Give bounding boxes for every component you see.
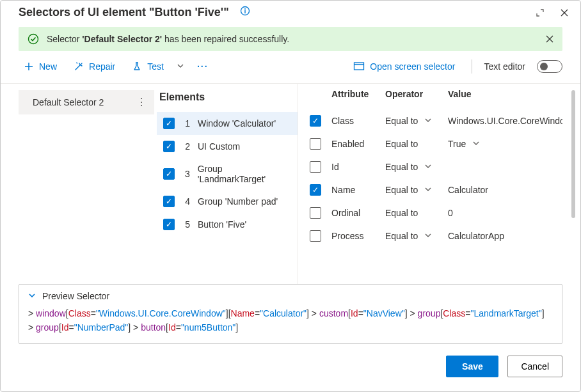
element-index: 3 — [182, 169, 190, 179]
checkbox[interactable] — [310, 184, 321, 196]
test-label: Test — [147, 61, 164, 72]
repair-button[interactable]: Repair — [68, 58, 120, 75]
value-cell[interactable]: Calculator — [448, 185, 560, 195]
value-cell[interactable]: 0 — [448, 208, 560, 218]
elements-title: Elements — [157, 88, 298, 112]
checkbox[interactable] — [163, 168, 175, 180]
operator-value: Equal to — [385, 185, 418, 195]
new-button[interactable]: New — [19, 58, 62, 75]
selector-token-el: window — [36, 308, 66, 318]
dialog-footer: Save Cancel — [1, 344, 580, 391]
checkbox[interactable] — [310, 161, 321, 173]
checkbox[interactable] — [163, 118, 175, 129]
selector-token-eq: = — [68, 322, 74, 333]
selector-token-punct: ] > — [405, 308, 418, 318]
element-row[interactable]: 2UI Custom — [157, 135, 298, 158]
chevron-down-icon — [424, 116, 432, 126]
element-row[interactable]: 1Window 'Calculator' — [157, 112, 298, 135]
wand-icon — [74, 61, 84, 72]
checkbox[interactable] — [310, 138, 321, 150]
checkbox[interactable] — [163, 219, 175, 230]
selector-token-val: "Calculator" — [260, 308, 306, 318]
checkbox[interactable] — [163, 141, 175, 152]
operator-cell[interactable]: Equal to — [385, 116, 444, 126]
attribute-value: True — [448, 139, 466, 149]
selector-token-val: "Windows.UI.Core.CoreWindow" — [96, 308, 226, 318]
plus-icon — [24, 61, 34, 72]
col-operator: Operator — [385, 89, 444, 99]
preview-header[interactable]: Preview Selector — [28, 291, 553, 306]
text-editor-toggle[interactable] — [537, 60, 562, 73]
value-cell[interactable]: CalculatorApp — [448, 231, 560, 241]
attributes-header: Attribute Operator Value — [307, 88, 562, 109]
svg-point-3 — [29, 35, 38, 44]
attribute-name: Class — [331, 116, 381, 126]
element-label: Button 'Five' — [198, 219, 246, 230]
expand-icon[interactable] — [536, 8, 545, 17]
preview-selector-string: > window[Class="Windows.UI.Core.CoreWind… — [28, 306, 553, 334]
value-cell[interactable]: True — [448, 139, 560, 149]
selector-token-val: "NavView" — [363, 308, 405, 318]
element-label: Group 'LandmarkTarget' — [198, 164, 291, 184]
test-button[interactable]: Test — [127, 58, 169, 75]
checkbox[interactable] — [310, 230, 321, 242]
operator-cell[interactable]: Equal to — [385, 231, 444, 241]
attribute-row: EnabledEqual toTrue — [307, 132, 562, 155]
cancel-button[interactable]: Cancel — [507, 356, 562, 377]
chevron-down-icon — [28, 291, 36, 301]
scrollbar-thumb[interactable] — [571, 90, 575, 218]
selector-token-attr: Id — [351, 308, 358, 318]
selector-item-menu-icon[interactable]: ⋮ — [136, 101, 147, 104]
open-screen-selector-button[interactable]: Open screen selector — [348, 58, 460, 75]
selector-token-val: "NumberPad" — [74, 322, 129, 333]
attribute-name: Name — [331, 185, 381, 195]
attribute-value: Windows.UI.Core.CoreWindow — [448, 116, 562, 126]
attribute-row: OrdinalEqual to0 — [307, 201, 562, 224]
attribute-name: Enabled — [331, 139, 381, 149]
element-row[interactable]: 5Button 'Five' — [157, 213, 298, 236]
selector-item-label: Default Selector 2 — [33, 97, 104, 107]
value-cell[interactable]: Windows.UI.Core.CoreWindow — [448, 116, 562, 126]
selector-token-el: button — [141, 322, 166, 333]
operator-value: Equal to — [385, 208, 418, 218]
save-button[interactable]: Save — [446, 356, 498, 377]
info-icon[interactable] — [240, 6, 250, 16]
checkbox[interactable] — [310, 207, 321, 219]
selector-token-el: custom — [319, 308, 348, 318]
checkbox[interactable] — [310, 115, 321, 127]
operator-value: Equal to — [385, 116, 418, 126]
operator-cell[interactable]: Equal to — [385, 162, 444, 172]
selector-token-attr: Class — [68, 308, 91, 318]
element-row[interactable]: 4Group 'Number pad' — [157, 190, 298, 213]
selector-list-item[interactable]: Default Selector 2 ⋮ — [19, 90, 154, 114]
col-value: Value — [448, 89, 560, 99]
attribute-row: NameEqual toCalculator — [307, 178, 562, 201]
test-dropdown[interactable] — [173, 58, 188, 75]
selector-token-el: group — [418, 308, 441, 318]
toolbar-right: Open screen selector Text editor — [348, 58, 562, 75]
selector-token-el: group — [36, 322, 59, 333]
dialog-title-text: Selectors of UI element "Button 'Five'" — [19, 6, 229, 19]
element-row[interactable]: 3Group 'LandmarkTarget' — [157, 158, 298, 190]
attribute-name: Process — [331, 231, 381, 241]
selector-token-attr: Id — [168, 322, 176, 333]
close-icon[interactable] — [560, 8, 569, 17]
text-editor-label: Text editor — [484, 61, 525, 72]
more-button[interactable]: ··· — [193, 58, 212, 75]
selector-token-punct: ] > — [128, 322, 141, 333]
attribute-name: Id — [331, 162, 381, 172]
operator-value: Equal to — [385, 231, 418, 241]
operator-value: Equal to — [385, 162, 418, 172]
checkbox[interactable] — [163, 196, 175, 207]
operator-cell[interactable]: Equal to — [385, 185, 444, 195]
selector-token-eq: = — [255, 308, 260, 318]
repair-label: Repair — [89, 61, 115, 72]
banner-close-icon[interactable] — [546, 35, 553, 43]
operator-cell[interactable]: Equal to — [385, 139, 444, 149]
element-index: 2 — [182, 141, 190, 152]
selector-token-eq: = — [465, 308, 470, 318]
banner-text: Selector 'Default Selector 2' has been r… — [47, 34, 546, 44]
svg-point-1 — [244, 8, 246, 10]
dialog-title: Selectors of UI element "Button 'Five'" — [19, 6, 536, 19]
operator-cell[interactable]: Equal to — [385, 208, 444, 218]
